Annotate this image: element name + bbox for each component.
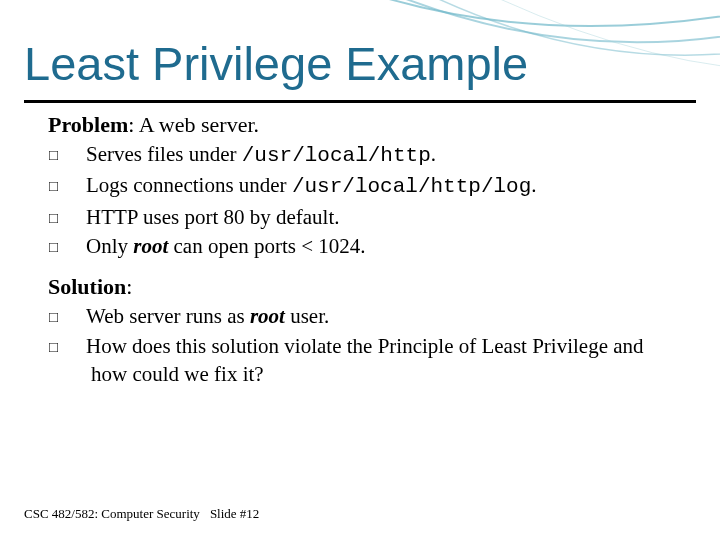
bullet-icon: □: [70, 208, 86, 228]
item-text: can open ports < 1024.: [168, 234, 365, 258]
bullet-icon: □: [70, 337, 86, 357]
item-text: .: [431, 142, 436, 166]
solution-tail: :: [126, 274, 132, 299]
solution-list: □Web server runs as root user. □How does…: [70, 302, 672, 388]
item-text: Only: [86, 234, 133, 258]
list-item: □HTTP uses port 80 by default.: [70, 203, 672, 231]
problem-heading: Problem: A web server.: [48, 112, 672, 138]
list-item: □Only root can open ports < 1024.: [70, 232, 672, 260]
code-path: /usr/local/http/log: [292, 175, 531, 198]
item-text: Web server runs as: [86, 304, 250, 328]
list-item: □Serves files under /usr/local/http.: [70, 140, 672, 170]
problem-label: Problem: [48, 112, 128, 137]
item-text: Logs connections under: [86, 173, 292, 197]
solution-heading: Solution:: [48, 274, 672, 300]
solution-label: Solution: [48, 274, 126, 299]
list-item: □Web server runs as root user.: [70, 302, 672, 330]
emphasis: root: [133, 234, 168, 258]
bullet-icon: □: [70, 176, 86, 196]
item-text: user.: [285, 304, 329, 328]
bullet-icon: □: [70, 307, 86, 327]
code-path: /usr/local/http: [242, 144, 431, 167]
item-text: Serves files under: [86, 142, 242, 166]
item-text: How does this solution violate the Princ…: [86, 334, 644, 386]
slide-number: Slide #12: [210, 506, 259, 521]
title-underline: [24, 100, 696, 103]
slide-content: Problem: A web server. □Serves files und…: [48, 112, 672, 402]
item-text: .: [531, 173, 536, 197]
bullet-icon: □: [70, 237, 86, 257]
problem-tail: : A web server.: [128, 112, 259, 137]
problem-list: □Serves files under /usr/local/http. □Lo…: [70, 140, 672, 260]
item-text: HTTP uses port 80 by default.: [86, 205, 340, 229]
slide-footer: CSC 482/582: Computer SecuritySlide #12: [24, 506, 259, 522]
bullet-icon: □: [70, 145, 86, 165]
list-item: □Logs connections under /usr/local/http/…: [70, 171, 672, 201]
list-item: □How does this solution violate the Prin…: [70, 332, 672, 389]
slide-title: Least Privilege Example: [24, 36, 528, 91]
course-label: CSC 482/582: Computer Security: [24, 506, 200, 521]
emphasis: root: [250, 304, 285, 328]
